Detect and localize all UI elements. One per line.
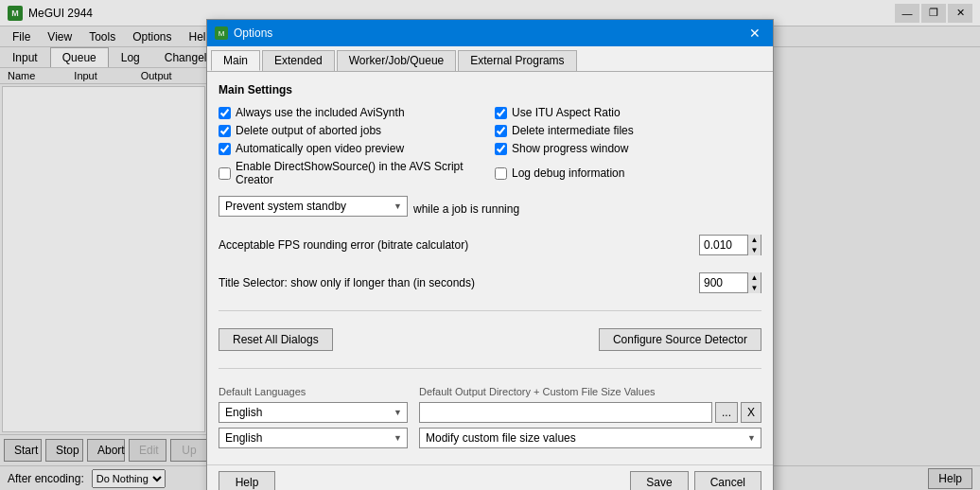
title-down-btn[interactable]: ▼ — [747, 283, 761, 293]
standby-row: Prevent system standby Allow system stan… — [219, 196, 761, 221]
clear-output-button[interactable]: X — [741, 402, 761, 423]
cb-auto-preview-label: Automatically open video preview — [236, 142, 404, 155]
cb-avisynth-label: Always use the included AviSynth — [236, 106, 405, 119]
dialog-content: Main Settings Always use the included Av… — [207, 72, 773, 464]
checkbox-row-5: Automatically open video preview — [219, 142, 485, 155]
checkboxes-grid: Always use the included AviSynth Use ITU… — [219, 106, 761, 186]
title-selector-row: Title Selector: show only if longer than… — [219, 272, 761, 293]
languages-section: Default Languages English French German … — [219, 386, 408, 453]
standby-select[interactable]: Prevent system standby Allow system stan… — [219, 196, 408, 217]
main-window: M MeGUI 2944 — ❐ ✕ File View Tools Optio… — [0, 0, 980, 490]
checkbox-row-2: Use ITU Aspect Ratio — [495, 106, 761, 119]
dialog-tab-external[interactable]: External Programs — [458, 50, 576, 71]
dialog-footer: Help Save Cancel — [207, 464, 773, 490]
cb-delete-intermediate[interactable] — [495, 125, 507, 137]
fps-row: Acceptable FPS rounding error (bitrate c… — [219, 235, 761, 255]
checkbox-row-8: Log debug information — [495, 160, 761, 186]
action-row: Reset All Dialogs Configure Source Detec… — [219, 328, 761, 351]
modify-wrap: Modify custom file size values — [419, 428, 761, 448]
cb-directshow-label: Enable DirectShowSource() in the AVS Scr… — [236, 160, 485, 186]
cb-directshow[interactable] — [219, 167, 231, 180]
checkbox-row-7: Enable DirectShowSource() in the AVS Scr… — [219, 160, 485, 186]
cb-delete-aborted-label: Delete output of aborted jobs — [236, 124, 381, 137]
cancel-button[interactable]: Cancel — [694, 471, 761, 490]
dialog-tab-worker[interactable]: Worker/Job/Queue — [337, 50, 457, 71]
title-selector-label: Title Selector: show only if longer than… — [219, 276, 691, 289]
bottom-section: Default Languages English French German … — [219, 386, 761, 453]
cb-itu-label: Use ITU Aspect Ratio — [512, 106, 621, 119]
cb-auto-preview[interactable] — [219, 143, 231, 155]
output-label: Default Output Directory + Custom File S… — [419, 386, 761, 397]
output-dir-input[interactable] — [419, 402, 712, 423]
cb-delete-intermediate-label: Delete intermediate files — [512, 124, 634, 137]
languages-label: Default Languages — [219, 386, 408, 397]
checkbox-row-3: Delete output of aborted jobs — [219, 124, 485, 137]
lang2-select[interactable]: English French German Spanish — [219, 428, 408, 448]
dialog-title-left: M Options — [215, 26, 272, 40]
divider-2 — [219, 368, 761, 369]
dialog-title: Options — [234, 26, 272, 40]
lang1-select-wrap: English French German Spanish — [219, 402, 408, 423]
cb-delete-aborted[interactable] — [219, 125, 231, 137]
output-section: Default Output Directory + Custom File S… — [419, 386, 761, 453]
cb-show-progress[interactable] — [495, 143, 507, 155]
standby-select-wrap: Prevent system standby Allow system stan… — [219, 196, 408, 217]
options-dialog: M Options ✕ Main Extended Worker/Job/Que… — [206, 19, 774, 490]
dialog-tabs: Main Extended Worker/Job/Queue External … — [207, 46, 773, 72]
browse-button[interactable]: ... — [715, 402, 738, 423]
dialog-tab-extended[interactable]: Extended — [262, 50, 335, 71]
cb-log-debug-label: Log debug information — [512, 166, 624, 180]
title-selector-input[interactable] — [700, 273, 747, 292]
dialog-help-button[interactable]: Help — [219, 471, 275, 490]
cb-log-debug[interactable] — [495, 167, 507, 180]
checkbox-row-1: Always use the included AviSynth — [219, 106, 485, 119]
modify-filesize-select[interactable]: Modify custom file size values — [419, 428, 761, 448]
checkbox-row-6: Show progress window — [495, 142, 761, 155]
title-spinner: ▲ ▼ — [699, 272, 761, 293]
fps-input[interactable] — [700, 236, 747, 254]
dialog-icon: M — [215, 26, 228, 40]
dialog-overlay: M Options ✕ Main Extended Worker/Job/Que… — [0, 0, 980, 490]
checkbox-row-4: Delete intermediate files — [495, 124, 761, 137]
cb-avisynth[interactable] — [219, 107, 231, 119]
configure-source-detector-button[interactable]: Configure Source Detector — [599, 328, 761, 351]
footer-right: Save Cancel — [630, 471, 761, 490]
main-settings-label: Main Settings — [219, 83, 761, 96]
fps-spinner-btns: ▲ ▼ — [747, 235, 761, 255]
save-button[interactable]: Save — [630, 471, 688, 490]
title-up-btn[interactable]: ▲ — [747, 272, 761, 283]
fps-label: Acceptable FPS rounding error (bitrate c… — [219, 238, 691, 252]
fps-down-btn[interactable]: ▼ — [747, 245, 761, 255]
divider — [219, 310, 761, 311]
fps-up-btn[interactable]: ▲ — [747, 235, 761, 245]
output-input-row: ... X — [419, 402, 761, 423]
cb-show-progress-label: Show progress window — [512, 142, 628, 155]
reset-all-dialogs-button[interactable]: Reset All Dialogs — [219, 328, 333, 351]
title-spinner-btns: ▲ ▼ — [747, 272, 761, 293]
dialog-tab-main[interactable]: Main — [211, 50, 260, 71]
dialog-close-button[interactable]: ✕ — [744, 24, 765, 43]
lang1-select[interactable]: English French German Spanish — [219, 402, 408, 423]
fps-spinner: ▲ ▼ — [699, 235, 761, 255]
lang2-select-wrap: English French German Spanish — [219, 428, 408, 448]
cb-itu[interactable] — [495, 107, 507, 119]
standby-suffix: while a job is running — [413, 202, 519, 216]
dialog-title-bar: M Options ✕ — [207, 20, 773, 46]
